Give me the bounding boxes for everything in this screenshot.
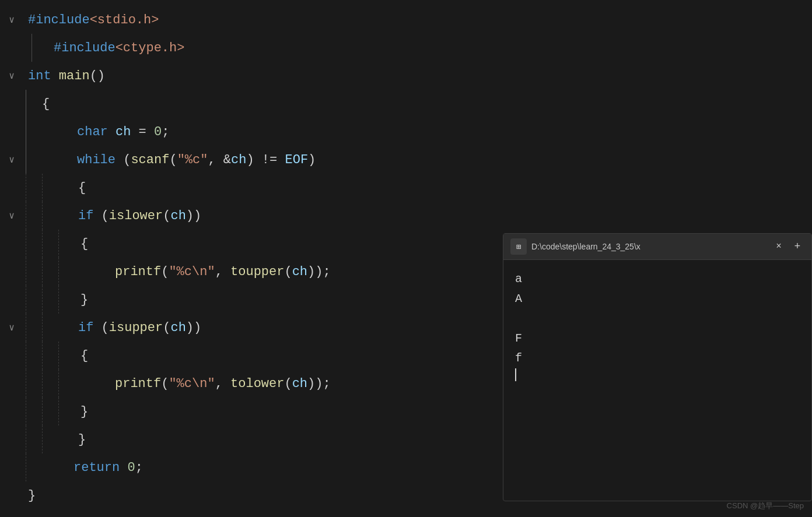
terminal-add-button[interactable]: +	[790, 240, 804, 254]
token: (	[161, 377, 169, 391]
token: ,	[215, 265, 230, 279]
guides-5	[23, 118, 37, 146]
token: 0	[154, 125, 162, 139]
token: {	[80, 237, 88, 251]
token: ));	[307, 265, 331, 279]
token: 0	[127, 460, 135, 475]
terminal-body: a A F f	[503, 260, 811, 501]
gutter-18	[0, 481, 23, 509]
terminal-output: a A F f	[515, 269, 800, 381]
token: {	[80, 349, 88, 363]
token: (	[93, 209, 108, 223]
gutter-12: ∨	[0, 314, 23, 342]
fold-arrow-6[interactable]: ∨	[6, 154, 18, 166]
fold-arrow-3[interactable]: ∨	[6, 70, 18, 82]
fold-arrow-8[interactable]: ∨	[6, 210, 18, 221]
token: ch	[292, 377, 307, 391]
token: printf	[115, 377, 161, 391]
code-line-3: ∨ int main()	[0, 62, 812, 90]
token: EOF	[285, 153, 308, 167]
guides-13	[23, 342, 66, 370]
code-line-2: #include<ctype.h>	[0, 34, 812, 62]
token: <ctype.h>	[116, 41, 185, 55]
line-content-1: #include<stdio.h>	[23, 6, 159, 34]
token: printf	[115, 265, 161, 279]
gutter-6: ∨	[0, 146, 23, 174]
gutter-7	[0, 174, 23, 202]
line-content-15: }	[66, 398, 88, 425]
token: (	[161, 265, 169, 279]
token: ch	[292, 265, 307, 279]
line-content-4: {	[37, 90, 50, 118]
token: }	[80, 293, 88, 307]
token: ch	[170, 209, 186, 223]
token: (	[284, 377, 292, 391]
guides-10	[23, 258, 66, 286]
token: toupper	[230, 265, 284, 279]
line-content-16: }	[50, 425, 86, 453]
token: ));	[307, 377, 331, 391]
token: ) !=	[246, 153, 285, 167]
token: "%c\n"	[169, 265, 215, 279]
token: }	[28, 488, 36, 503]
token: #include	[28, 13, 90, 27]
token: ,	[215, 377, 230, 391]
token: islower	[109, 209, 163, 223]
token: main	[59, 69, 90, 83]
code-line-1: ∨ #include<stdio.h>	[0, 6, 812, 34]
terminal-icon-symbol: ⊞	[516, 242, 521, 252]
token: )	[308, 153, 316, 167]
guides-16	[23, 425, 50, 453]
guides-14	[23, 370, 66, 398]
token: (	[116, 153, 131, 167]
guides-2	[23, 34, 49, 62]
line-content-12: if (isupper(ch))	[50, 314, 201, 342]
code-line-8: ∨ if (islower(ch))	[0, 202, 812, 230]
line-content-8: if (islower(ch))	[50, 202, 201, 230]
token: scanf	[131, 153, 169, 167]
gutter-1: ∨	[0, 6, 23, 34]
guides-12	[23, 314, 50, 342]
watermark: CSDN @趋早——Step	[727, 501, 804, 511]
gutter-13	[0, 342, 23, 370]
terminal-icon: ⊞	[510, 238, 527, 255]
gutter-8: ∨	[0, 202, 23, 230]
line-content-11: }	[66, 286, 88, 314]
code-editor: ∨ #include<stdio.h> #include<ctype.h> ∨ …	[0, 0, 812, 517]
token: (	[163, 209, 170, 223]
code-line-5: char ch = 0;	[0, 118, 812, 146]
token: =	[131, 125, 154, 139]
token: ()	[90, 69, 105, 83]
token: "%c\n"	[169, 377, 215, 391]
fold-arrow-1[interactable]: ∨	[6, 14, 18, 26]
fold-arrow-12[interactable]: ∨	[6, 322, 18, 333]
code-line-7: {	[0, 174, 812, 202]
token: (	[93, 321, 108, 335]
line-content-10: printf("%c\n", toupper(ch));	[66, 258, 331, 286]
token: int	[28, 69, 51, 83]
token: char	[77, 125, 108, 139]
gutter-9	[0, 230, 23, 258]
token	[108, 125, 116, 139]
token: , &	[208, 153, 231, 167]
token: ch	[170, 321, 186, 335]
gutter-10	[0, 258, 23, 286]
token: if	[78, 209, 93, 223]
terminal-line-2: A	[515, 289, 800, 309]
token: {	[78, 181, 86, 195]
code-line-4: {	[0, 90, 812, 118]
terminal-cursor-line	[515, 368, 800, 381]
token: {	[42, 97, 50, 111]
token: <stdio.h>	[90, 13, 159, 27]
token: ;	[162, 125, 169, 139]
token: #include	[54, 41, 116, 55]
terminal-close-button[interactable]: ×	[772, 240, 786, 254]
terminal-panel: ⊞ D:\code\step\learn_24_3_25\x × + a A F…	[503, 233, 812, 501]
line-content-17: return 0;	[34, 453, 143, 481]
terminal-line-5: f	[515, 349, 800, 368]
line-content-14: printf("%c\n", tolower(ch));	[66, 370, 331, 398]
token: while	[77, 153, 116, 167]
token: "%c"	[177, 153, 208, 167]
line-content-7: {	[50, 174, 86, 202]
token: tolower	[230, 377, 284, 391]
